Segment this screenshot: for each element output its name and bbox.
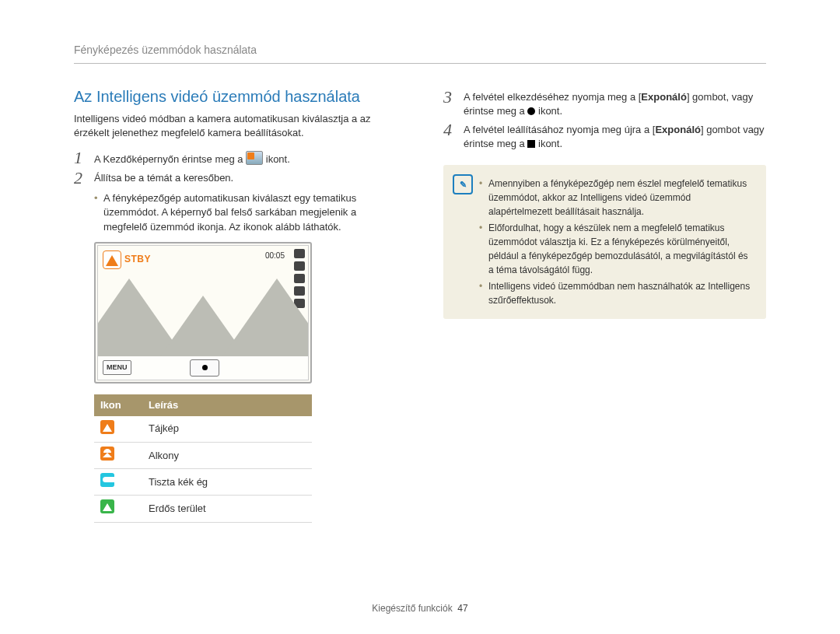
- step-2-body: Állítsa be a témát a keresőben.: [94, 171, 397, 185]
- footer-section: Kiegészítő funkciók: [372, 603, 452, 614]
- table-cell-desc: Tiszta kék ég: [142, 469, 312, 496]
- note-list: Amennyiben a fényképezőgép nem észlel me…: [479, 177, 755, 307]
- step-4-body: A felvétel leállításához nyomja meg újra…: [464, 123, 766, 151]
- info-icon: ✎: [453, 174, 473, 194]
- camera-inner: STBY 00:05 MENU: [97, 245, 309, 380]
- step-number: 4: [443, 121, 464, 138]
- note-item: Előfordulhat, hogy a készülek nem a megf…: [479, 221, 755, 277]
- step-1-body: A Kezdőképernyőn érintse meg a ikont.: [94, 151, 397, 166]
- step-3-body: A felvétel elkezdéséhez nyomja meg a [Ex…: [464, 90, 766, 118]
- step-1-pre: A Kezdőképernyőn érintse meg a: [94, 153, 246, 165]
- table-cell-icon: [94, 416, 142, 443]
- right-column: 3 A felvétel elkezdéséhez nyomja meg a […: [443, 86, 766, 523]
- step-number: 3: [443, 89, 464, 106]
- camera-bottom-bar: MENU: [98, 356, 308, 380]
- table-row: Alkony: [94, 443, 312, 469]
- battery-icon: [294, 249, 305, 258]
- footer: Kiegészítő funkciók 47: [0, 602, 840, 615]
- table-head-icon: Ikon: [94, 394, 142, 416]
- landscape-mode-icon: [103, 250, 121, 269]
- mode-icon: [100, 473, 114, 487]
- icon-table: Ikon Leírás TájképAlkonyTiszta kék égErd…: [94, 394, 312, 523]
- table-cell-desc: Alkony: [142, 443, 312, 469]
- record-circle-icon: [527, 107, 535, 115]
- table-cell-icon: [94, 443, 142, 469]
- note-item: Amennyiben a fényképezőgép nem észlel me…: [479, 177, 755, 219]
- note-item: Intelligens videó üzemmódban nem használ…: [479, 279, 755, 307]
- stby-badge: STBY: [103, 250, 151, 269]
- step-1: 1 A Kezdőképernyőn érintse meg a ikont.: [74, 151, 397, 166]
- table-cell-desc: Erdős terület: [142, 496, 312, 522]
- step-number: 2: [74, 170, 94, 187]
- step-3: 3 A felvétel elkezdéséhez nyomja meg a […: [443, 90, 766, 118]
- step-3-post: ikont.: [535, 105, 562, 117]
- step-4-post: ikont.: [535, 138, 562, 149]
- step-3-bold: Exponáló: [641, 91, 687, 103]
- step-4-bold: Exponáló: [655, 124, 701, 135]
- menu-button: MENU: [103, 360, 131, 375]
- mountain-graphic: [98, 278, 308, 356]
- step-1-post: ikont.: [266, 153, 290, 165]
- note-box: ✎ Amennyiben a fényképezőgép nem észlel …: [443, 165, 766, 319]
- camera-preview: STBY 00:05 MENU: [94, 242, 312, 384]
- table-cell-icon: [94, 496, 142, 522]
- page: Fényképezés üzemmódok használata Az Inte…: [0, 0, 840, 634]
- stby-text: STBY: [124, 253, 151, 266]
- intro-text: Intelligens videó módban a kamera automa…: [74, 112, 397, 140]
- step-4: 4 A felvétel leállításához nyomja meg új…: [443, 123, 766, 151]
- left-column: Az Intelligens videó üzemmód használata …: [74, 86, 397, 523]
- section-title: Az Intelligens videó üzemmód használata: [74, 86, 397, 107]
- step-2-bullets: A fényképezőgép automatikusan kiválaszt …: [94, 191, 397, 234]
- stop-square-icon: [527, 140, 535, 148]
- resolution-icon: [294, 261, 305, 271]
- mode-icon: [100, 499, 114, 513]
- recording-time: 00:05: [265, 250, 285, 261]
- icon-table-body: TájképAlkonyTiszta kék égErdős terület: [94, 416, 312, 522]
- table-cell-desc: Tájkép: [142, 416, 312, 443]
- step-3-pre: A felvétel elkezdéséhez nyomja meg a [: [464, 91, 641, 103]
- table-cell-icon: [94, 469, 142, 496]
- step-2: 2 Állítsa be a témát a keresőben.: [74, 171, 397, 187]
- record-button: [190, 359, 219, 377]
- smart-mode-icon: [246, 151, 263, 165]
- table-head-desc: Leírás: [142, 394, 312, 416]
- breadcrumb: Fényképezés üzemmódok használata: [74, 43, 766, 64]
- content-columns: Az Intelligens videó üzemmód használata …: [74, 86, 766, 523]
- mode-icon: [100, 420, 114, 434]
- step-number: 1: [74, 149, 94, 166]
- step-4-pre: A felvétel leállításához nyomja meg újra…: [464, 124, 655, 135]
- step-2-text: Állítsa be a témát a keresőben.: [94, 172, 233, 184]
- table-row: Tiszta kék ég: [94, 469, 312, 496]
- footer-page: 47: [457, 603, 467, 614]
- mode-icon: [100, 447, 114, 461]
- table-row: Erdős terület: [94, 496, 312, 522]
- step-2-bullet: A fényképezőgép automatikusan kiválaszt …: [94, 191, 397, 234]
- table-row: Tájkép: [94, 416, 312, 443]
